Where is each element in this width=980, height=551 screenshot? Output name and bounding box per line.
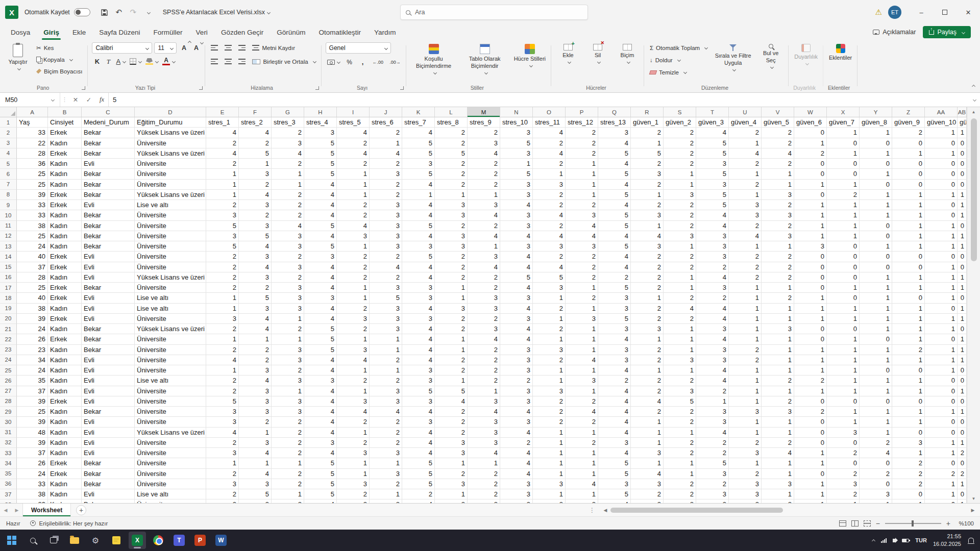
cell-O1[interactable]: stres_11: [533, 117, 566, 128]
cell-L19[interactable]: 3: [435, 304, 468, 314]
cell-R7[interactable]: 2: [631, 180, 664, 190]
cell-Q14[interactable]: 4: [598, 252, 631, 262]
cell-U13[interactable]: 1: [729, 241, 762, 252]
font-size-select[interactable]: 11: [154, 42, 177, 54]
cell-V24[interactable]: 1: [762, 355, 794, 365]
cell-H17[interactable]: 4: [304, 283, 337, 293]
sensitivity-button[interactable]: Duyarlılık: [793, 42, 819, 83]
cell-S23[interactable]: 1: [664, 345, 696, 355]
cell-O15[interactable]: 4: [533, 262, 566, 272]
cell-N1[interactable]: stres_10: [500, 117, 533, 128]
column-header-J[interactable]: J: [370, 107, 402, 117]
cell-E3[interactable]: 2: [206, 138, 239, 148]
column-header-D[interactable]: D: [135, 107, 206, 117]
cell-U5[interactable]: 2: [729, 159, 762, 169]
cell-Y38[interactable]: 1: [860, 499, 892, 503]
cell-T11[interactable]: 4: [696, 221, 729, 231]
cell-K33[interactable]: 4: [402, 448, 435, 458]
cell-B12[interactable]: Kadın: [48, 231, 82, 241]
cell-K37[interactable]: 2: [402, 489, 435, 499]
cell-AB34[interactable]: 0: [958, 458, 967, 468]
cell-V21[interactable]: 3: [762, 324, 794, 334]
cell-P1[interactable]: stres_12: [566, 117, 598, 128]
cell-M11[interactable]: 2: [468, 221, 500, 231]
cell-D22[interactable]: Üniversite: [135, 334, 206, 344]
row-header-13[interactable]: 13: [0, 241, 17, 252]
percent-format-button[interactable]: %: [345, 57, 355, 67]
cell-U26[interactable]: 1: [729, 375, 762, 386]
cell-O4[interactable]: 4: [533, 148, 566, 159]
cell-AA10[interactable]: 0: [925, 210, 958, 220]
cell-N12[interactable]: 4: [500, 231, 533, 241]
cell-I37[interactable]: 2: [337, 489, 370, 499]
cell-R22[interactable]: 1: [631, 334, 664, 344]
cell-Q19[interactable]: 3: [598, 304, 631, 314]
cell-J11[interactable]: 3: [370, 221, 402, 231]
cell-Q27[interactable]: 4: [598, 386, 631, 396]
cell-AA25[interactable]: 1: [925, 365, 958, 375]
cell-R5[interactable]: 2: [631, 159, 664, 169]
cell-B16[interactable]: Kadın: [48, 272, 82, 283]
add-sheet-button[interactable]: +: [76, 505, 86, 515]
cell-S7[interactable]: 1: [664, 180, 696, 190]
cell-I38[interactable]: 2: [337, 499, 370, 503]
cell-S33[interactable]: 2: [664, 448, 696, 458]
taskbar-search-button[interactable]: [24, 532, 41, 549]
cell-U8[interactable]: 1: [729, 190, 762, 200]
cell-N29[interactable]: 4: [500, 407, 533, 417]
cell-N27[interactable]: 3: [500, 386, 533, 396]
cell-X33[interactable]: 2: [827, 448, 860, 458]
cell-S5[interactable]: 2: [664, 159, 696, 169]
cell-W20[interactable]: 1: [794, 314, 827, 324]
cell-AA37[interactable]: 1: [925, 489, 958, 499]
taskbar-clock[interactable]: 21:55 16.02.2025: [933, 533, 961, 548]
cell-Y8[interactable]: 1: [860, 190, 892, 200]
cell-Y16[interactable]: 1: [860, 272, 892, 283]
font-color-button[interactable]: A: [161, 56, 177, 67]
cell-W2[interactable]: 0: [794, 128, 827, 138]
cell-Z17[interactable]: 1: [892, 283, 925, 293]
cell-F8[interactable]: 4: [239, 190, 272, 200]
cell-I4[interactable]: 4: [337, 148, 370, 159]
cell-AB30[interactable]: 0: [958, 417, 967, 427]
teams-button[interactable]: T: [170, 532, 188, 549]
cell-E27[interactable]: 2: [206, 386, 239, 396]
cell-D14[interactable]: Üniversite: [135, 252, 206, 262]
cell-W22[interactable]: 0: [794, 334, 827, 344]
cell-M30[interactable]: 3: [468, 417, 500, 427]
cell-L2[interactable]: 2: [435, 128, 468, 138]
cell-Z20[interactable]: 1: [892, 314, 925, 324]
cell-A6[interactable]: 25: [17, 169, 48, 179]
cell-N8[interactable]: 3: [500, 190, 533, 200]
cell-L35[interactable]: 2: [435, 469, 468, 479]
row-header-26[interactable]: 26: [0, 375, 17, 386]
cell-Q8[interactable]: 5: [598, 190, 631, 200]
cell-Z3[interactable]: 0: [892, 138, 925, 148]
sheet-options-icon[interactable]: ⋮: [584, 507, 600, 514]
wrap-text-button[interactable]: Metni Kaydır: [251, 42, 297, 53]
cell-H10[interactable]: 4: [304, 210, 337, 220]
row-header-25[interactable]: 25: [0, 365, 17, 375]
cell-J4[interactable]: 4: [370, 148, 402, 159]
cell-D33[interactable]: Üniversite: [135, 448, 206, 458]
dialog-launcher-icon[interactable]: [315, 86, 319, 90]
cell-T30[interactable]: 3: [696, 417, 729, 427]
row-header-29[interactable]: 29: [0, 407, 17, 417]
cell-G32[interactable]: 2: [272, 438, 304, 448]
share-button[interactable]: Paylaş: [923, 26, 971, 38]
cell-O25[interactable]: 1: [533, 365, 566, 375]
cell-C5[interactable]: Evli: [82, 159, 135, 169]
cell-O31[interactable]: 1: [533, 428, 566, 438]
cell-C34[interactable]: Bekar: [82, 458, 135, 468]
cell-R30[interactable]: 1: [631, 417, 664, 427]
cell-Z16[interactable]: 1: [892, 272, 925, 283]
cell-N32[interactable]: 2: [500, 438, 533, 448]
sheet-tab-worksheet[interactable]: Worksheet: [22, 504, 71, 516]
cell-M18[interactable]: 3: [468, 293, 500, 303]
cell-A31[interactable]: 48: [17, 428, 48, 438]
cell-V8[interactable]: 3: [762, 190, 794, 200]
cell-N16[interactable]: 5: [500, 272, 533, 283]
cell-A38[interactable]: 29: [17, 499, 48, 503]
cell-W16[interactable]: 0: [794, 272, 827, 283]
cell-X29[interactable]: 1: [827, 407, 860, 417]
